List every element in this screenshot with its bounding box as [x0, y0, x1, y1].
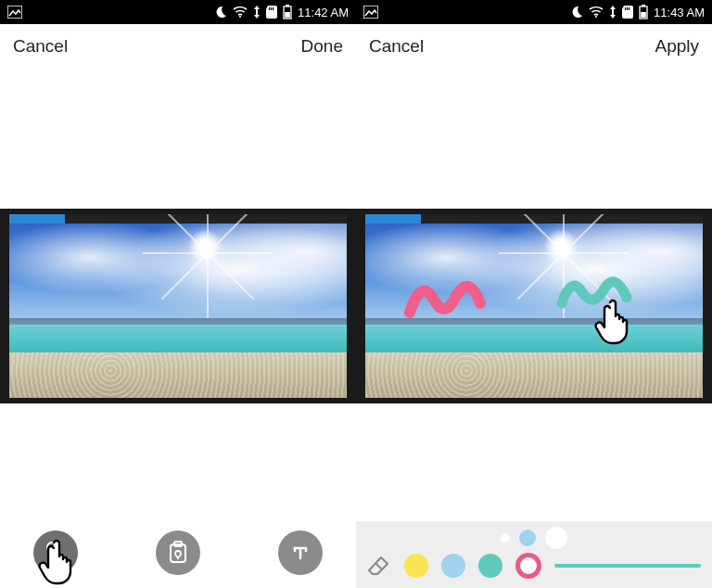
wifi-icon [589, 6, 604, 18]
svg-rect-23 [642, 5, 645, 6]
dnd-moon-icon [214, 6, 227, 19]
cancel-button[interactable]: Cancel [13, 36, 68, 57]
sync-icon [253, 6, 261, 19]
screenshot-right: 11:43 AM Cancel Apply [356, 0, 712, 588]
color-swatch-lightblue[interactable] [441, 554, 465, 578]
brush-size-small[interactable] [501, 533, 510, 543]
text-icon [289, 542, 312, 564]
edit-canvas[interactable] [356, 209, 712, 403]
color-swatch-teal[interactable] [478, 554, 502, 578]
editor-topbar: Cancel Done [0, 24, 356, 69]
svg-rect-4 [269, 7, 270, 10]
color-swatch-yellow[interactable] [404, 554, 428, 578]
sticker-tool-button[interactable] [156, 530, 200, 575]
brush-size-medium[interactable] [519, 530, 536, 546]
apply-button[interactable]: Apply [655, 36, 699, 57]
color-row [365, 549, 703, 582]
cancel-button[interactable]: Cancel [369, 36, 424, 57]
brush-size-row [365, 527, 703, 549]
edit-canvas[interactable] [0, 209, 356, 403]
battery-icon [639, 5, 648, 19]
dnd-moon-icon [570, 6, 583, 19]
battery-icon [283, 5, 292, 19]
photo-preview [365, 224, 703, 398]
sd-card-icon [266, 6, 277, 19]
cursor-hand-icon [37, 538, 78, 586]
wifi-icon [233, 6, 248, 18]
svg-point-1 [239, 16, 241, 18]
svg-rect-5 [271, 7, 272, 10]
screenshot-left: 11:42 AM Cancel Done [0, 0, 356, 588]
svg-marker-3 [254, 12, 260, 19]
text-tool-button[interactable] [278, 530, 323, 575]
svg-marker-2 [254, 6, 260, 12]
svg-rect-21 [629, 7, 629, 10]
cursor-hand-icon [593, 298, 634, 346]
sd-card-icon [622, 6, 633, 19]
svg-marker-17 [610, 6, 616, 12]
picture-icon [7, 6, 22, 19]
sticker-icon [167, 541, 189, 565]
eraser-icon [368, 556, 390, 576]
stroke-preview [554, 564, 701, 568]
svg-rect-19 [625, 7, 626, 10]
photo-preview [9, 224, 347, 398]
color-swatch-pink-selected[interactable] [515, 553, 541, 579]
svg-rect-8 [286, 5, 289, 6]
svg-rect-9 [285, 12, 290, 18]
sync-icon [609, 6, 617, 19]
svg-point-16 [595, 16, 597, 18]
brush-size-large[interactable] [545, 527, 567, 549]
brush-palette [356, 521, 712, 588]
done-button[interactable]: Done [301, 36, 343, 57]
status-time: 11:43 AM [654, 6, 705, 19]
status-bar: 11:43 AM [356, 0, 712, 24]
status-time: 11:42 AM [298, 6, 349, 19]
status-bar: 11:42 AM [0, 0, 356, 24]
svg-rect-24 [641, 12, 646, 18]
picture-icon [363, 6, 378, 19]
svg-marker-18 [610, 12, 616, 19]
eraser-button[interactable] [367, 554, 391, 578]
editor-topbar: Cancel Apply [356, 24, 712, 69]
svg-rect-6 [273, 7, 273, 10]
svg-rect-20 [627, 7, 628, 10]
